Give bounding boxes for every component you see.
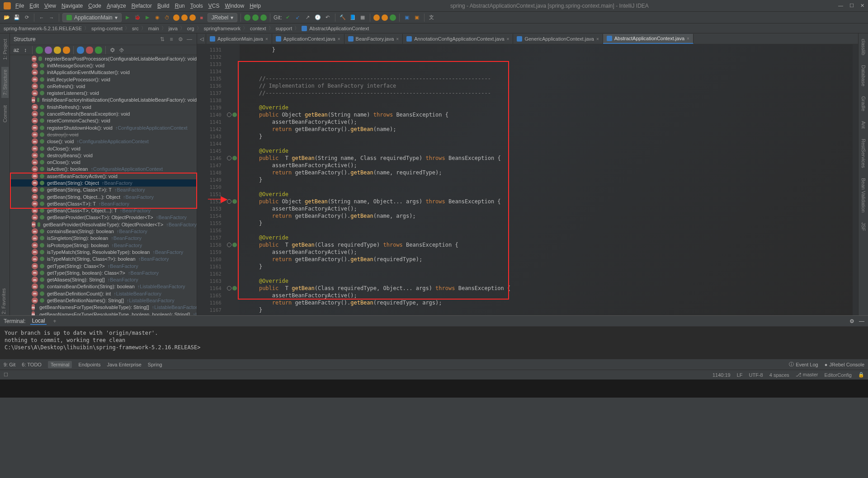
line-number[interactable]: 1133: [197, 61, 224, 68]
structure-item-16[interactable]: isActive(): boolean ↑ConfigurableApplica…: [10, 166, 197, 173]
tab-close-icon[interactable]: ×: [596, 37, 599, 42]
structure-item-17[interactable]: assertBeanFactoryActive(): void: [10, 173, 197, 179]
line-number[interactable]: 1146: [197, 155, 224, 162]
bottom-tool-java-enterprise[interactable]: Java Enterprise: [107, 362, 141, 367]
terminal-output[interactable]: Your branch is up to date with 'origin/m…: [0, 327, 868, 359]
code-line[interactable]: }: [246, 176, 853, 183]
structure-item-28[interactable]: isTypeMatch(String, ResolvableType): boo…: [10, 248, 197, 255]
structure-item-1[interactable]: initMessageSource(): void: [10, 62, 197, 69]
structure-item-10[interactable]: registerShutdownHook(): void ↑Configurab…: [10, 124, 197, 131]
autoscroll-src-icon[interactable]: ⯐: [109, 47, 116, 54]
gutter-icon-row[interactable]: [224, 220, 240, 227]
gutter-icon-row[interactable]: [224, 205, 240, 212]
code-line[interactable]: assertBeanFactoryActive();: [246, 118, 853, 126]
maximize-icon[interactable]: ☐: [849, 3, 854, 9]
menu-vcs[interactable]: VCS: [208, 3, 220, 9]
gutter-icon-row[interactable]: [224, 299, 240, 306]
translate-icon[interactable]: 文: [428, 14, 436, 22]
overridden-icon[interactable]: [232, 286, 237, 291]
tab-close-icon[interactable]: ×: [396, 37, 399, 42]
bottom-tool-terminal[interactable]: Terminal: [48, 361, 72, 368]
gutter-icon-row[interactable]: [224, 147, 240, 155]
menu-refactor[interactable]: Refactor: [132, 3, 152, 9]
gutter-icon-row[interactable]: [224, 212, 240, 220]
status-menu-icon[interactable]: ☐: [4, 372, 8, 378]
gutter-icon-row[interactable]: [224, 234, 240, 241]
hide-icon[interactable]: —: [186, 36, 193, 43]
gutter-icon-row[interactable]: [224, 183, 240, 191]
line-number[interactable]: 1157: [197, 234, 224, 241]
structure-item-27[interactable]: isPrototype(String): boolean ↑BeanFactor…: [10, 242, 197, 248]
gutter-icon-row[interactable]: [224, 53, 240, 61]
menu-navigate[interactable]: Navigate: [61, 3, 83, 9]
editor-tab-6[interactable]: AbstractApplicationContext.java×: [603, 34, 693, 44]
line-number[interactable]: 1164: [197, 285, 224, 292]
menu-view[interactable]: View: [44, 3, 56, 9]
line-number[interactable]: 1161: [197, 263, 224, 270]
code-line[interactable]: @Override: [246, 191, 853, 198]
right-tool-database[interactable]: Database: [860, 62, 867, 89]
editor-tab-1[interactable]: ApplicationMain.java×: [206, 34, 272, 44]
build-icon[interactable]: 🔨: [339, 14, 347, 22]
menu-file[interactable]: File: [15, 3, 24, 9]
collapse-icon[interactable]: ≡: [168, 36, 175, 43]
jrebel-selector[interactable]: JRebel ▾: [208, 13, 237, 22]
editor-tab-4[interactable]: AnnotationConfigApplicationContext.java×: [403, 34, 513, 44]
table-icon[interactable]: ▦: [359, 14, 367, 22]
code-line[interactable]: assertBeanFactoryActive();: [246, 248, 853, 256]
right-tool-gradle[interactable]: Gradle: [860, 94, 867, 114]
filter-fields-icon[interactable]: [54, 47, 61, 54]
crumb-9[interactable]: AbstractApplicationContext: [309, 26, 369, 31]
indent[interactable]: 4 spaces: [769, 372, 789, 378]
extra-icon-2[interactable]: [382, 14, 388, 21]
line-number[interactable]: 1137: [197, 89, 224, 97]
editor-tab-2[interactable]: ApplicationContext.java×: [272, 34, 344, 44]
os-task-bar[interactable]: [0, 380, 868, 398]
back-icon[interactable]: ←: [38, 14, 46, 22]
line-number[interactable]: 1143: [197, 133, 224, 140]
impl-icon[interactable]: [227, 286, 231, 291]
code-line[interactable]: }: [246, 263, 853, 270]
db-icon-1[interactable]: ▣: [403, 14, 411, 22]
line-number[interactable]: 1140: [197, 111, 224, 118]
editor-body[interactable]: 1131113211331134113511361137113811391140…: [197, 44, 858, 315]
line-number[interactable]: 1145: [197, 147, 224, 155]
code-line[interactable]: //--------------------------------------…: [246, 75, 853, 82]
structure-item-12[interactable]: close(): void ↑ConfigurableApplicationCo…: [10, 138, 197, 145]
crumb-3[interactable]: main: [148, 26, 159, 31]
bottom-tool-endpoints[interactable]: Endpoints: [78, 362, 100, 367]
code-line[interactable]: [246, 53, 853, 61]
jr-icon-2[interactable]: [252, 14, 259, 21]
gutter-icon-row[interactable]: [224, 118, 240, 126]
gutter-icon-row[interactable]: [224, 270, 240, 277]
line-number[interactable]: 1165: [197, 292, 224, 299]
impl-icon[interactable]: [227, 199, 231, 204]
tool-project[interactable]: 1: Project: [1, 36, 9, 62]
minimize-icon[interactable]: —: [838, 3, 843, 9]
gutter-icon-row[interactable]: [224, 133, 240, 140]
code-line[interactable]: assertBeanFactoryActive();: [246, 162, 853, 169]
menu-analyze[interactable]: Analyze: [107, 3, 126, 9]
run-config-selector[interactable]: ApplicationMain ▾: [62, 13, 122, 22]
gutter-icons[interactable]: [224, 44, 240, 315]
structure-item-18[interactable]: getBean(String): Object ↑BeanFactory: [10, 179, 197, 186]
structure-item-29[interactable]: isTypeMatch(String, Class<?>): boolean ↑…: [10, 256, 197, 262]
gutter-icon-row[interactable]: [224, 68, 240, 75]
gutter-icon-row[interactable]: [224, 46, 240, 53]
extra-icon-3[interactable]: [390, 14, 396, 21]
tab-close-icon[interactable]: ×: [507, 37, 509, 42]
code-line[interactable]: }: [246, 220, 853, 227]
structure-item-5[interactable]: registerListeners(): void: [10, 89, 197, 96]
encoding[interactable]: UTF-8: [749, 372, 763, 378]
save-icon[interactable]: 💾: [13, 14, 21, 22]
line-number[interactable]: 1166: [197, 299, 224, 306]
code-line[interactable]: [246, 270, 853, 277]
gutter-icon-row[interactable]: [224, 256, 240, 263]
line-number[interactable]: 1134: [197, 68, 224, 75]
sort-alpha-icon[interactable]: az: [13, 47, 20, 54]
terminal-hide-icon[interactable]: —: [859, 318, 864, 324]
tab-close-icon[interactable]: ×: [265, 37, 268, 42]
sync-icon[interactable]: ⟳: [23, 14, 31, 22]
code-line[interactable]: [246, 183, 853, 191]
code-line[interactable]: return getBeanFactory().getBean(required…: [246, 299, 853, 306]
